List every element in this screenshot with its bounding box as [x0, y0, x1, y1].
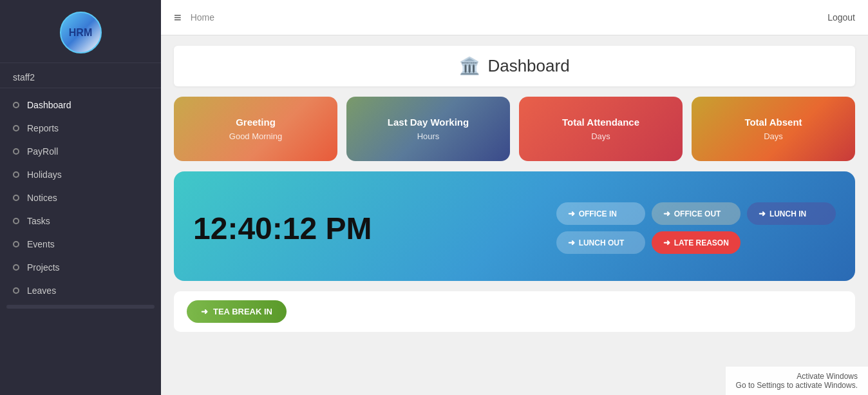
late-reason-button[interactable]: ➜ LATE REASON: [652, 231, 741, 254]
hamburger-icon[interactable]: ≡: [174, 10, 182, 25]
nav-dot: [13, 171, 19, 178]
topbar: ≡ Home Logout: [161, 0, 868, 35]
lastday-card-sub: Hours: [417, 131, 440, 141]
sidebar-item-events[interactable]: Events: [0, 233, 161, 256]
absent-card: Total Absent Days: [692, 97, 855, 161]
home-link[interactable]: Home: [191, 12, 214, 23]
attendance-card-sub: Days: [591, 131, 610, 141]
sidebar-item-projects[interactable]: Projects: [0, 256, 161, 279]
greeting-card-sub: Good Morning: [229, 131, 282, 141]
nav-dot: [13, 287, 19, 294]
late-reason-icon: ➜: [663, 238, 670, 247]
tea-break-icon: ➜: [201, 307, 208, 316]
sidebar-item-payroll[interactable]: PayRoll: [0, 140, 161, 163]
nav-dot: [13, 102, 19, 108]
clock-section: 12:40:12 PM ➜ OFFICE IN ➜ OFFICE OUT ➜ L…: [174, 171, 855, 281]
nav-dot: [13, 218, 19, 224]
nav-dot: [13, 125, 19, 131]
sidebar-item-dashboard[interactable]: Dashboard: [0, 93, 161, 117]
dashboard-title-bar: 🏛️ Dashboard: [174, 46, 855, 86]
bottom-section: ➜ TEA BREAK IN: [174, 291, 855, 332]
action-buttons: ➜ OFFICE IN ➜ OFFICE OUT ➜ LUNCH IN ➜ LU…: [556, 202, 836, 254]
office-out-icon: ➜: [663, 209, 670, 218]
clock-display: 12:40:12 PM: [193, 211, 372, 246]
sidebar-item-tasks[interactable]: Tasks: [0, 209, 161, 233]
sidebar-item-notices[interactable]: Notices: [0, 186, 161, 209]
lastday-card: Last Day Working Hours: [346, 97, 510, 161]
lunch-in-button[interactable]: ➜ LUNCH IN: [747, 202, 836, 225]
stat-cards: Greeting Good Morning Last Day Working H…: [174, 97, 855, 161]
greeting-card: Greeting Good Morning: [174, 97, 337, 161]
sidebar-logo: HRM: [0, 0, 161, 63]
dashboard-icon: 🏛️: [459, 56, 480, 76]
main-content: ≡ Home Logout 🏛️ Dashboard Greeting Good…: [161, 0, 868, 395]
sidebar-item-holidays[interactable]: Holidays: [0, 163, 161, 186]
greeting-card-title: Greeting: [236, 117, 276, 128]
absent-card-sub: Days: [764, 131, 783, 141]
lastday-card-title: Last Day Working: [388, 117, 469, 128]
page-title: Dashboard: [487, 56, 569, 76]
attendance-card: Total Attendance Days: [519, 97, 683, 161]
office-out-button[interactable]: ➜ OFFICE OUT: [652, 202, 741, 225]
logout-button[interactable]: Logout: [827, 12, 855, 23]
sidebar-nav: DashboardReportsPayRollHolidaysNoticesTa…: [0, 88, 161, 316]
nav-dot: [13, 241, 19, 247]
nav-dot: [13, 264, 19, 271]
office-in-icon: ➜: [568, 209, 575, 218]
logo: HRM: [60, 12, 102, 53]
sidebar-user: staff2: [0, 63, 161, 88]
office-in-button[interactable]: ➜ OFFICE IN: [556, 202, 645, 225]
sidebar-scrollbar[interactable]: [6, 305, 155, 309]
nav-dot: [13, 195, 19, 201]
tea-break-button[interactable]: ➜ TEA BREAK IN: [187, 300, 287, 323]
lunch-in-icon: ➜: [759, 209, 766, 218]
sidebar: HRM staff2 DashboardReportsPayRollHolida…: [0, 0, 161, 395]
lunch-out-icon: ➜: [568, 238, 575, 247]
dashboard-content: 🏛️ Dashboard Greeting Good Morning Last …: [161, 35, 868, 395]
sidebar-item-reports[interactable]: Reports: [0, 117, 161, 140]
nav-dot: [13, 148, 19, 155]
absent-card-title: Total Absent: [744, 117, 802, 128]
lunch-out-button[interactable]: ➜ LUNCH OUT: [556, 231, 645, 254]
sidebar-item-leaves[interactable]: Leaves: [0, 279, 161, 302]
attendance-card-title: Total Attendance: [562, 117, 639, 128]
